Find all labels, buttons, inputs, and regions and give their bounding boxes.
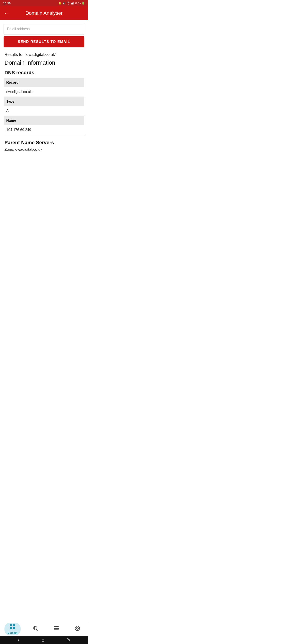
app-header: ← Domain Analyser [0,6,88,20]
svg-rect-4 [74,1,74,4]
dns-type-header-row: Type [4,97,84,106]
status-bar: 16:50 🔔 🔇 86% 🔋 [0,0,88,6]
svg-rect-1 [71,3,72,4]
back-button[interactable]: ← [4,10,9,16]
send-results-button[interactable]: SEND RESULTS TO EMAIL [4,36,84,48]
results-label: Results for "owadigital.co.uk" [4,52,84,57]
dns-record-value-row: owadigital.co.uk. [4,87,84,97]
signal-icon [71,1,75,5]
dns-name-header-row: Name [4,116,84,126]
parent-ns-title: Parent Name Servers [4,140,84,146]
svg-rect-2 [72,3,73,5]
alarm-icon: 🔔 [58,2,62,5]
parent-ns-zone: Zone: owadigital.co.uk [4,147,84,156]
dns-type-header: Type [4,97,84,106]
dns-records-title: DNS records [4,70,84,76]
page-title: Domain Analyser [13,10,75,16]
mute-icon: 🔇 [63,2,66,5]
dns-record-value: owadigital.co.uk. [4,87,84,97]
svg-rect-3 [73,2,74,4]
dns-name-value-row: 194.176.69.249 [4,125,84,135]
dns-record-header: Record [4,78,84,87]
wifi-icon [67,1,71,5]
dns-record-header-row: Record [4,78,84,87]
battery-icon: 86% 🔋 [75,2,85,5]
dns-name-value: 194.176.69.249 [4,125,84,135]
dns-type-value-row: A [4,106,84,116]
dns-table: Record owadigital.co.uk. Type A Name 194… [4,78,84,135]
dns-type-value: A [4,106,84,116]
svg-point-0 [68,4,69,5]
main-content: SEND RESULTS TO EMAIL Results for "owadi… [0,20,88,180]
domain-info-title: Domain Information [4,59,84,66]
email-field[interactable] [4,24,84,34]
dns-name-header: Name [4,116,84,126]
status-time: 16:50 [3,2,11,5]
status-icons: 🔔 🔇 86% 🔋 [58,1,85,5]
